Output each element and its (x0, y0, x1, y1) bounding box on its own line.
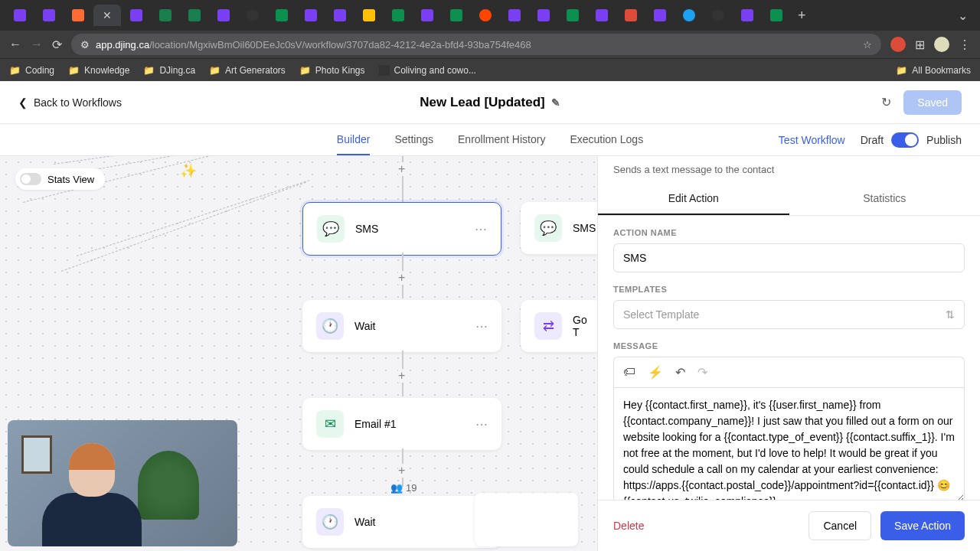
stats-view-label: Stats View (47, 174, 94, 185)
cancel-button[interactable]: Cancel (808, 511, 871, 540)
bookmark-folder[interactable]: 📁Photo Kings (299, 65, 365, 76)
browser-tab[interactable] (210, 5, 237, 26)
all-bookmarks[interactable]: 📁All Bookmarks (896, 65, 971, 76)
browser-tab[interactable] (501, 5, 528, 26)
message-toolbar: 🏷 ⚡ ↶ ↷ (613, 357, 965, 387)
menu-icon[interactable]: ⋮ (959, 37, 971, 52)
saved-button[interactable]: Saved (903, 90, 962, 115)
url-path: /location/MgxiwBmOil60DEeJc0sV/workflow/… (149, 39, 531, 51)
bookmark-folder[interactable]: 📁Art Generators (209, 65, 286, 76)
browser-tab[interactable] (472, 5, 499, 26)
lightning-icon[interactable]: ⚡ (648, 365, 663, 380)
sms-icon: 💬 (534, 214, 562, 242)
bookmark-folder[interactable]: 📁Coding (9, 65, 54, 76)
panel-tabs: Edit Action Statistics (598, 183, 980, 216)
extensions-icon[interactable]: ⊞ (915, 37, 925, 52)
new-tab-button[interactable]: + (798, 8, 806, 24)
tag-icon[interactable]: 🏷 (623, 365, 635, 380)
browser-tab[interactable] (35, 5, 63, 26)
node-menu-icon[interactable]: ⋯ (475, 319, 488, 334)
browser-tab[interactable] (646, 5, 674, 26)
close-icon[interactable]: ✕ (103, 9, 112, 21)
action-panel: Sends a text message to the contact Edit… (597, 156, 980, 551)
clock-icon: 🕐 (316, 508, 344, 536)
video-overlay (8, 420, 237, 546)
workflow-canvas[interactable]: Stats View ✨ + 💬 SMS ⋯ 💬 SMS + 🕐 Wait ⋯ … (0, 156, 597, 551)
extension-icon[interactable] (890, 37, 906, 52)
toggle-switch[interactable] (891, 132, 919, 148)
redo-icon[interactable]: ↷ (697, 365, 707, 380)
browser-tab[interactable] (559, 5, 586, 26)
magic-wand-icon[interactable]: ✨ (180, 162, 197, 179)
reload-icon[interactable]: ⟳ (52, 37, 62, 52)
node-label: Go T (573, 314, 587, 338)
workflow-node-wait[interactable]: 🕐 Wait ⋯ (302, 300, 501, 352)
back-icon[interactable]: ← (9, 37, 21, 51)
browser-tab[interactable] (384, 5, 412, 26)
forward-icon[interactable]: → (31, 37, 43, 51)
action-name-input[interactable] (613, 243, 965, 272)
node-menu-icon[interactable]: ⋯ (475, 417, 488, 432)
browser-tab[interactable] (617, 5, 645, 26)
template-select[interactable]: Select Template ⇅ (613, 300, 965, 329)
browser-tab[interactable] (64, 5, 92, 26)
browser-tab[interactable] (355, 5, 383, 26)
tab-execution[interactable]: Execution Logs (570, 124, 643, 155)
undo-icon[interactable]: ↶ (675, 365, 685, 380)
tab-statistics[interactable]: Statistics (789, 183, 981, 215)
browser-tab[interactable] (443, 5, 470, 26)
test-workflow-button[interactable]: Test Workflow (779, 134, 845, 146)
browser-tab[interactable] (152, 5, 179, 26)
add-node-button[interactable]: + (398, 464, 405, 478)
save-action-button[interactable]: Save Action (880, 511, 965, 540)
stats-view-toggle[interactable]: Stats View (15, 168, 105, 190)
bookmark-star-icon[interactable]: ☆ (863, 39, 872, 51)
tab-edit-action[interactable]: Edit Action (598, 183, 789, 215)
browser-tab[interactable] (733, 5, 761, 26)
browser-tab[interactable] (326, 5, 354, 26)
browser-tab[interactable] (6, 5, 34, 26)
delete-button[interactable]: Delete (613, 520, 644, 532)
node-label: Wait (354, 516, 488, 528)
tab-builder[interactable]: Builder (337, 124, 371, 155)
browser-tab[interactable] (181, 5, 208, 26)
browser-tab[interactable] (268, 5, 296, 26)
history-icon[interactable]: ↻ (881, 95, 891, 109)
edit-icon[interactable]: ✎ (551, 96, 560, 109)
back-to-workflows-link[interactable]: ❮ Back to Workflows (18, 96, 122, 109)
workflow-node-goto[interactable]: ⇄ Go T (521, 300, 597, 352)
profile-avatar[interactable] (934, 37, 949, 52)
tab-enrollment[interactable]: Enrollment History (458, 124, 545, 155)
browser-tab[interactable] (763, 5, 790, 26)
browser-tab[interactable] (675, 5, 703, 26)
publish-toggle[interactable]: Draft Publish (861, 132, 962, 148)
chevron-down-icon[interactable]: ⌄ (952, 8, 974, 23)
bookmark-folder[interactable]: 📁Knowledge (68, 65, 129, 76)
browser-tab[interactable] (413, 5, 441, 26)
browser-tab[interactable] (588, 5, 616, 26)
bookmark-item[interactable]: Coliving and cowo... (379, 65, 476, 76)
bookmark-folder[interactable]: 📁DJing.ca (143, 65, 195, 76)
site-info-icon[interactable]: ⚙ (80, 39, 90, 51)
toggle-off-icon[interactable] (20, 173, 41, 185)
message-textarea[interactable] (613, 387, 965, 500)
add-node-button[interactable]: + (398, 271, 405, 285)
add-node-button[interactable]: + (398, 162, 405, 176)
workflow-node-wait[interactable]: 🕐 Wait (302, 496, 501, 548)
url-input[interactable]: ⚙ app.djing.ca/location/MgxiwBmOil60DEeJ… (71, 34, 881, 55)
node-menu-icon[interactable]: ⋯ (475, 222, 487, 236)
workflow-node-sms[interactable]: 💬 SMS ⋯ (302, 202, 501, 256)
browser-tab-active[interactable]: ✕ (93, 5, 121, 26)
browser-tab[interactable] (530, 5, 557, 26)
browser-tab[interactable] (297, 5, 325, 26)
workflow-node-sms[interactable]: 💬 SMS (521, 202, 597, 254)
browser-tab[interactable] (122, 5, 150, 26)
workflow-node-email[interactable]: ✉ Email #1 ⋯ (302, 398, 501, 450)
browser-tab[interactable] (704, 5, 732, 26)
workflow-node-partial[interactable] (475, 493, 578, 546)
browser-tab[interactable] (239, 5, 266, 26)
tab-settings[interactable]: Settings (394, 124, 433, 155)
add-node-button[interactable]: + (398, 369, 405, 383)
browser-tab-strip: ✕ + ⌄ (0, 0, 980, 31)
address-bar: ← → ⟳ ⚙ app.djing.ca/location/MgxiwBmOil… (0, 31, 980, 58)
